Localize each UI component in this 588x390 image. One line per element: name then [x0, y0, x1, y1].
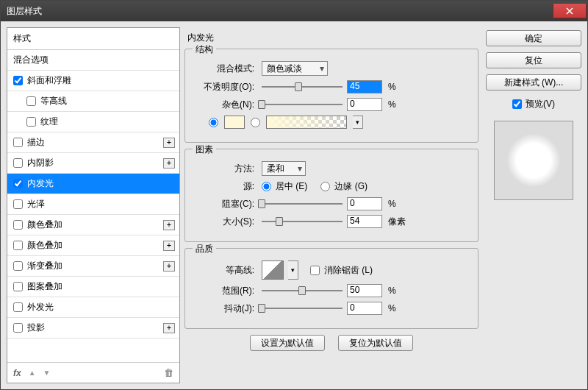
range-input[interactable]: 50: [347, 284, 382, 297]
style-label: 描边: [27, 136, 45, 149]
noise-input[interactable]: 0: [347, 98, 382, 111]
style-checkbox[interactable]: [13, 302, 23, 312]
choke-input[interactable]: 0: [347, 197, 382, 210]
styles-panel: 样式 混合选项 斜面和浮雕 等高线 纹理 描边: [7, 27, 180, 383]
move-down-icon[interactable]: ▼: [43, 369, 51, 377]
style-checkbox[interactable]: [13, 138, 23, 147]
style-checkbox[interactable]: [13, 261, 23, 271]
style-checkbox[interactable]: [13, 199, 23, 209]
range-unit: %: [388, 286, 396, 296]
style-checkbox[interactable]: [13, 179, 23, 188]
size-label: 大小(S):: [194, 216, 257, 228]
style-label: 外发光: [27, 301, 54, 313]
style-item-drop-shadow[interactable]: 投影 +: [7, 318, 179, 338]
blend-mode-value: 颜色减淡: [267, 63, 302, 75]
style-checkbox[interactable]: [13, 282, 23, 291]
style-label: 等高线: [40, 95, 67, 107]
style-checkbox[interactable]: [13, 241, 23, 250]
jitter-label: 抖动(J):: [194, 302, 257, 315]
preview-label: 预览(V): [526, 98, 555, 110]
color-radio[interactable]: [209, 118, 218, 127]
style-item-satin[interactable]: 光泽: [7, 194, 179, 215]
style-checkbox[interactable]: [13, 323, 23, 333]
new-style-button[interactable]: 新建样式 (W)...: [486, 74, 581, 91]
gradient-menu-button[interactable]: ▾: [353, 116, 363, 129]
style-item-outer-glow[interactable]: 外发光: [7, 297, 179, 318]
style-item-inner-shadow[interactable]: 内阴影 +: [7, 153, 179, 174]
blend-options-item[interactable]: 混合选项: [7, 50, 179, 71]
style-item-color-overlay-2[interactable]: 颜色叠加 +: [7, 235, 179, 256]
opacity-slider[interactable]: [262, 81, 343, 93]
add-effect-button[interactable]: +: [163, 220, 175, 230]
style-item-bevel[interactable]: 斜面和浮雕: [7, 71, 179, 91]
choke-slider[interactable]: [262, 198, 343, 210]
add-effect-button[interactable]: +: [163, 158, 175, 169]
preview-toggle[interactable]: 预览(V): [486, 98, 581, 110]
source-center-label: 居中 (E): [276, 180, 307, 193]
style-label: 图案叠加: [27, 280, 62, 293]
style-label: 纹理: [40, 116, 58, 128]
size-unit: 像素: [388, 216, 406, 228]
add-effect-button[interactable]: +: [163, 261, 175, 272]
source-edge-label: 边缘 (G): [334, 180, 368, 193]
structure-legend: 结构: [193, 43, 216, 56]
style-label: 内发光: [27, 177, 54, 190]
close-button[interactable]: [553, 4, 587, 18]
technique-select[interactable]: 柔和: [262, 161, 306, 176]
style-item-gradient-overlay[interactable]: 渐变叠加 +: [7, 256, 179, 277]
antialias-checkbox[interactable]: [310, 266, 320, 275]
style-item-color-overlay-1[interactable]: 颜色叠加 +: [7, 215, 179, 235]
make-default-button[interactable]: 设置为默认值: [250, 335, 325, 351]
move-up-icon[interactable]: ▲: [29, 369, 36, 377]
style-checkbox[interactable]: [13, 158, 23, 168]
opacity-label: 不透明度(O):: [194, 81, 257, 93]
add-effect-button[interactable]: +: [163, 138, 175, 148]
style-item-texture[interactable]: 纹理: [7, 112, 179, 132]
style-label: 投影: [27, 322, 45, 334]
trash-icon[interactable]: 🗑: [164, 367, 173, 378]
action-panel: 确定 复位 新建样式 (W)... 预览(V): [486, 27, 581, 383]
antialias-label: 消除锯齿 (L): [324, 264, 373, 277]
choke-unit: %: [388, 199, 396, 209]
add-effect-button[interactable]: +: [163, 323, 175, 333]
size-slider[interactable]: [262, 216, 343, 227]
reset-default-button[interactable]: 复位为默认值: [338, 335, 413, 351]
noise-slider[interactable]: [262, 99, 343, 110]
style-item-inner-glow[interactable]: 内发光: [7, 174, 179, 194]
source-edge-radio[interactable]: [320, 182, 330, 191]
contour-label: 等高线:: [194, 264, 257, 277]
style-checkbox[interactable]: [13, 220, 23, 230]
range-slider[interactable]: [262, 285, 343, 297]
contour-menu-button[interactable]: ▾: [288, 260, 298, 280]
size-input[interactable]: 54: [347, 215, 382, 228]
style-item-stroke[interactable]: 描边 +: [7, 132, 179, 153]
add-effect-button[interactable]: +: [163, 241, 175, 251]
opacity-input[interactable]: 45: [347, 80, 382, 93]
style-checkbox[interactable]: [26, 96, 36, 106]
jitter-unit: %: [388, 303, 396, 313]
preview-checkbox[interactable]: [512, 99, 522, 109]
noise-unit: %: [388, 99, 396, 110]
jitter-input[interactable]: 0: [347, 302, 382, 315]
gradient-radio[interactable]: [251, 118, 260, 127]
ok-button[interactable]: 确定: [486, 30, 581, 46]
style-label: 斜面和浮雕: [27, 74, 71, 87]
color-swatch[interactable]: [224, 116, 245, 129]
contour-picker[interactable]: [262, 260, 284, 280]
style-checkbox[interactable]: [26, 117, 36, 127]
structure-group: 结构 混合模式: 颜色减淡 不透明度(O): 45 % 杂色(N): 0 %: [184, 49, 478, 143]
panel-title: 内发光: [187, 32, 478, 44]
style-checkbox[interactable]: [13, 76, 23, 85]
technique-label: 方法:: [194, 163, 257, 175]
blend-mode-select[interactable]: 颜色减淡: [262, 61, 328, 76]
style-item-contour[interactable]: 等高线: [7, 91, 179, 112]
opacity-unit: %: [388, 82, 396, 92]
style-label: 颜色叠加: [27, 239, 62, 252]
gradient-swatch[interactable]: [266, 116, 347, 129]
jitter-slider[interactable]: [262, 302, 343, 314]
reset-button[interactable]: 复位: [486, 52, 581, 68]
layer-style-dialog: 图层样式 样式 混合选项 斜面和浮雕 等高线: [0, 0, 588, 390]
style-item-pattern-overlay[interactable]: 图案叠加: [7, 277, 179, 297]
source-center-radio[interactable]: [262, 182, 271, 191]
fx-menu-icon[interactable]: fx: [13, 368, 21, 378]
